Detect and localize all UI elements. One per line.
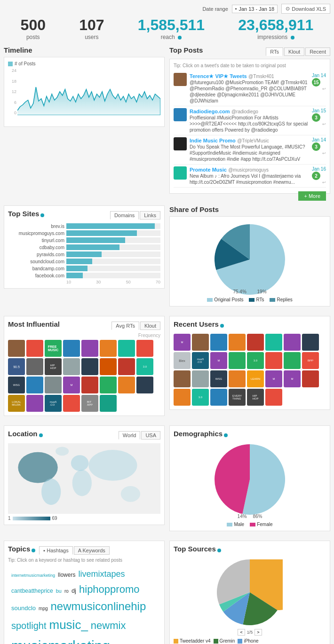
word-cloud-item[interactable]: livemixtapes <box>78 568 125 581</box>
word-cloud-item[interactable]: newmusiconlinehip <box>51 598 146 615</box>
tab-usa[interactable]: USA <box>141 431 160 440</box>
avatar-thumb[interactable] <box>26 377 43 393</box>
word-cloud-item[interactable]: mpg <box>39 605 48 612</box>
tab-avg-rts[interactable]: Avg RTs <box>111 322 139 330</box>
influential-header: Most Influential Avg RTs Klout <box>8 320 160 331</box>
avatar-thumb[interactable]: mus5.CO <box>45 395 62 412</box>
top-posts-tip: Tip: Click on a tweet's date to be taken… <box>174 63 326 68</box>
influential-avatar-grid: FREEMUSIC 90.5 HIPHOP 3.0 WSG <box>8 340 160 412</box>
avatar-thumb[interactable]: WSG <box>8 377 25 393</box>
avatar-thumb[interactable] <box>302 334 319 351</box>
avatar-thumb[interactable]: Blex <box>174 352 191 369</box>
avatar-thumb[interactable] <box>63 395 80 412</box>
avatar-thumb[interactable]: LEARN <box>247 370 264 387</box>
avatar-thumb[interactable] <box>81 358 98 375</box>
word-cloud-item[interactable]: music_ <box>49 616 88 634</box>
avatar-thumb[interactable] <box>26 358 43 375</box>
avatar-thumb[interactable] <box>229 370 246 387</box>
avatar-thumb[interactable]: M <box>63 377 80 393</box>
avatar-thumb[interactable]: LOKALMUZIK <box>8 395 25 412</box>
avatar-thumb[interactable]: BITAPP <box>81 395 98 412</box>
tab-klout[interactable]: Klout <box>284 47 304 56</box>
avatar-thumb[interactable] <box>136 377 153 393</box>
avatar-thumb[interactable] <box>100 358 117 375</box>
avatar-thumb[interactable] <box>81 340 98 357</box>
avatar-thumb[interactable] <box>210 389 227 406</box>
download-xls-button[interactable]: ⊙ Download XLS <box>281 4 330 14</box>
avatar-thumb[interactable]: HIPHOP <box>247 389 264 406</box>
avatar-thumb[interactable] <box>265 389 282 406</box>
avatar-thumb[interactable]: M <box>265 370 282 387</box>
avatar-thumb[interactable]: M <box>174 334 191 351</box>
word-cloud-item[interactable]: spotlight <box>11 619 47 633</box>
avatar-thumb[interactable] <box>136 340 153 357</box>
avatar-thumb[interactable] <box>229 334 246 351</box>
avatar-thumb[interactable] <box>302 370 319 387</box>
sources-prev-button[interactable]: < <box>238 629 245 636</box>
avatar-thumb[interactable] <box>100 377 117 393</box>
avatar-thumb[interactable] <box>192 334 209 351</box>
avatar-thumb[interactable] <box>247 334 264 351</box>
avatar-thumb[interactable]: 3.0 <box>247 352 264 369</box>
avatar-thumb[interactable]: mus5.CO <box>192 352 209 369</box>
avatar-thumb[interactable] <box>118 340 135 357</box>
word-cloud-item[interactable]: dj <box>72 586 76 596</box>
avatar-thumb[interactable]: M <box>210 352 227 369</box>
avatar-thumb[interactable]: HIPHOP <box>45 358 62 375</box>
avatar-thumb[interactable] <box>118 358 135 375</box>
word-cloud-item[interactable]: llowers <box>58 571 75 579</box>
avatar-thumb[interactable]: FREEMUSIC <box>45 340 62 357</box>
word-cloud-item[interactable]: internetmusicmarketing <box>11 573 55 579</box>
avatar-thumb[interactable] <box>284 352 301 369</box>
word-cloud-item[interactable]: bu <box>56 587 62 595</box>
avatar-thumb[interactable]: M <box>284 370 301 387</box>
avatar-thumb[interactable] <box>26 395 43 412</box>
avatar-thumb[interactable]: EVERYTHING <box>229 389 246 406</box>
avatar-thumb[interactable] <box>192 370 209 387</box>
tab-rts[interactable]: RTs <box>266 47 283 56</box>
avatar-thumb[interactable] <box>45 377 62 393</box>
sources-next-button[interactable]: > <box>254 629 262 636</box>
avatar-thumb[interactable] <box>63 358 80 375</box>
tab-klout2[interactable]: Klout <box>140 322 160 330</box>
avatar-thumb[interactable] <box>100 395 117 412</box>
word-cloud-item[interactable]: newmix <box>91 618 126 633</box>
avatar-thumb[interactable]: BPP <box>302 352 319 369</box>
tab-links[interactable]: Links <box>140 211 160 220</box>
top-posts-header: Top Posts RTs Klout Recent <box>169 46 330 57</box>
word-cloud-item[interactable]: musicmarketing <box>11 635 110 644</box>
word-cloud-item[interactable]: hiphoppromo <box>79 581 139 597</box>
avatar-thumb[interactable] <box>229 352 246 369</box>
avatar-thumb[interactable] <box>265 352 282 369</box>
date-range-input[interactable]: ▪ Jan 13 - Jan 18 <box>232 5 278 13</box>
more-button[interactable]: + More <box>298 191 326 201</box>
word-cloud-item[interactable]: soundclo <box>11 604 36 613</box>
avatar-thumb[interactable]: 3.0 <box>136 358 153 375</box>
sources-pie-container <box>174 559 326 625</box>
reach-info-dot <box>178 36 182 39</box>
avatar-thumb[interactable] <box>81 377 98 393</box>
avatar-thumb[interactable] <box>210 334 227 351</box>
word-cloud-item[interactable]: cantbeattheprice <box>11 587 53 595</box>
svg-point-4 <box>88 450 137 481</box>
avatar-thumb[interactable] <box>63 340 80 357</box>
avatar-thumb[interactable]: 3.0 <box>192 389 209 406</box>
tab-recent[interactable]: Recent <box>305 47 330 56</box>
avatar-thumb[interactable]: 90.5 <box>8 358 25 375</box>
word-cloud-item[interactable]: ro <box>64 588 69 595</box>
avatar-thumb[interactable] <box>8 340 25 357</box>
legend-replies: Replies <box>270 297 292 302</box>
avatar-thumb[interactable] <box>174 370 191 387</box>
avatar-thumb[interactable] <box>26 340 43 357</box>
tab-keywords[interactable]: A Keywords <box>74 546 110 555</box>
tab-domains[interactable]: Domains <box>110 211 139 220</box>
tab-world[interactable]: World <box>119 431 141 440</box>
avatar-thumb[interactable]: WSG <box>210 370 227 387</box>
topics-tabs: ▪ Hashtags A Keywords <box>39 546 110 555</box>
avatar-thumb[interactable] <box>118 377 135 393</box>
avatar-thumb[interactable] <box>265 334 282 351</box>
avatar-thumb[interactable] <box>100 340 117 357</box>
avatar-thumb[interactable] <box>284 334 301 351</box>
tab-hashtags[interactable]: ▪ Hashtags <box>39 546 72 555</box>
avatar-thumb[interactable] <box>174 389 191 406</box>
